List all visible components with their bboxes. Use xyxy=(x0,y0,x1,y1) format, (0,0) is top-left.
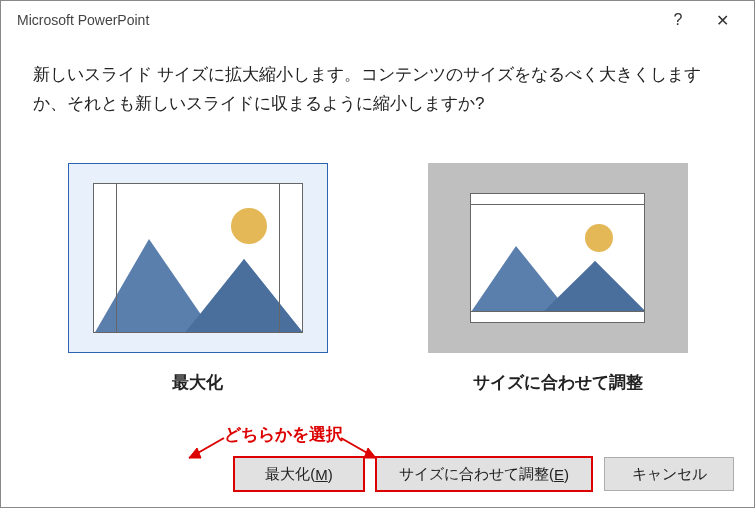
options-row: 最大化 サイズに合わせて調整 xyxy=(1,163,754,394)
crop-line xyxy=(471,204,644,205)
maximize-button[interactable]: 最大化(M) xyxy=(234,457,364,491)
svg-marker-5 xyxy=(543,261,645,312)
titlebar: Microsoft PowerPoint ? ✕ xyxy=(1,1,754,39)
dialog: Microsoft PowerPoint ? ✕ 新しいスライド サイズに拡大縮… xyxy=(0,0,755,508)
svg-marker-7 xyxy=(189,448,201,458)
button-key: E xyxy=(554,466,564,483)
dialog-message: 新しいスライド サイズに拡大縮小します。コンテンツのサイズをなるべく大きくします… xyxy=(1,39,754,119)
option-maximize-label: 最大化 xyxy=(172,371,223,394)
svg-marker-2 xyxy=(184,259,303,333)
slide-frame-maximize xyxy=(93,183,303,333)
option-maximize[interactable]: 最大化 xyxy=(68,163,328,394)
mountain-icon xyxy=(471,194,645,323)
svg-point-0 xyxy=(231,208,267,244)
option-fit-label: サイズに合わせて調整 xyxy=(473,371,643,394)
cancel-button[interactable]: キャンセル xyxy=(604,457,734,491)
annotation-arrow-left-icon xyxy=(179,436,229,466)
button-label-post: ) xyxy=(564,466,569,483)
svg-point-3 xyxy=(585,224,613,252)
crop-line xyxy=(116,184,117,332)
preview-fit xyxy=(428,163,688,353)
button-key: M xyxy=(315,466,328,483)
preview-maximize xyxy=(68,163,328,353)
help-button[interactable]: ? xyxy=(656,5,700,35)
crop-line xyxy=(471,311,644,312)
dialog-title: Microsoft PowerPoint xyxy=(17,12,656,28)
button-label-post: ) xyxy=(328,466,333,483)
close-button[interactable]: ✕ xyxy=(700,5,744,35)
button-label: キャンセル xyxy=(632,465,707,484)
option-fit[interactable]: サイズに合わせて調整 xyxy=(428,163,688,394)
crop-line xyxy=(279,184,280,332)
fit-button[interactable]: サイズに合わせて調整(E) xyxy=(376,457,592,491)
button-label-pre: 最大化( xyxy=(265,465,315,484)
annotation-text: どちらかを選択 xyxy=(224,423,343,446)
slide-frame-fit xyxy=(470,193,645,323)
mountain-icon xyxy=(94,184,303,333)
button-row: 最大化(M) サイズに合わせて調整(E) キャンセル xyxy=(234,457,734,491)
button-label-pre: サイズに合わせて調整( xyxy=(399,465,554,484)
